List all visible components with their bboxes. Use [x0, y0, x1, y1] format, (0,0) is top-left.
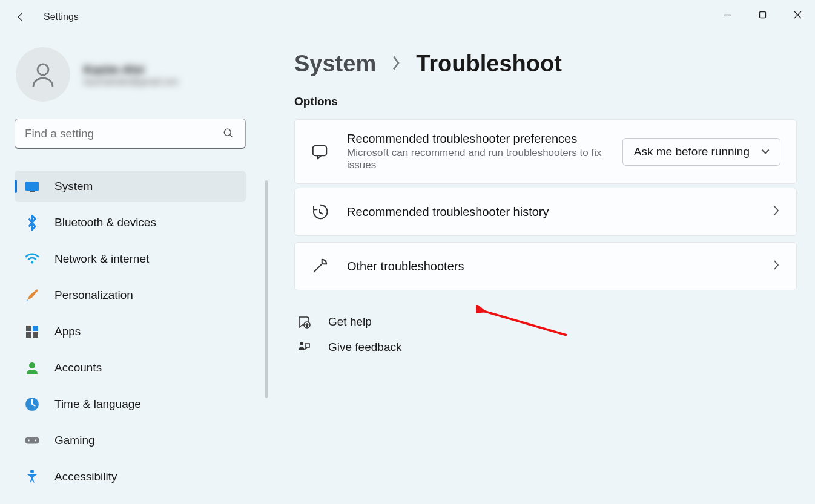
user-email: kazimalvialvi@gmail.com [84, 77, 179, 87]
history-icon [311, 203, 329, 221]
nav-label: Bluetooth & devices [54, 216, 156, 229]
give-feedback-link[interactable]: Give feedback [294, 340, 797, 355]
svg-rect-6 [30, 191, 35, 192]
nav-list: System Bluetooth & devices Network & int… [15, 171, 246, 493]
person-icon [24, 360, 40, 376]
row-subtitle: Microsoft can recommend and run troubles… [347, 147, 604, 171]
preferences-select[interactable]: Ask me before running [622, 138, 780, 166]
apps-icon [24, 324, 40, 339]
row-preferences: Recommended troubleshooter preferences M… [295, 120, 796, 183]
gamepad-icon [24, 433, 40, 448]
display-icon [24, 178, 40, 194]
breadcrumb-parent[interactable]: System [294, 51, 376, 77]
breadcrumb-current: Troubleshoot [416, 51, 562, 77]
maximize-button[interactable] [745, 0, 780, 29]
nav-label: Time & language [54, 398, 141, 411]
chevron-right-icon [772, 259, 780, 273]
minimize-button[interactable] [710, 0, 745, 29]
svg-rect-18 [313, 146, 327, 155]
profile-text: Kazim Alvi kazimalvialvi@gmail.com [84, 63, 179, 87]
footer-links: ? Get help Give feedback [294, 315, 797, 355]
section-label: Options [294, 95, 797, 108]
user-name: Kazim Alvi [84, 63, 179, 77]
wifi-icon [24, 251, 40, 267]
clock-globe-icon [24, 396, 40, 412]
nav-network[interactable]: Network & internet [15, 243, 246, 275]
svg-rect-8 [26, 326, 31, 331]
nav-label: Network & internet [54, 252, 149, 266]
row-other[interactable]: Other troubleshooters [295, 243, 796, 290]
link-label: Give feedback [328, 341, 401, 354]
chevron-right-icon [772, 205, 780, 219]
svg-rect-9 [33, 326, 38, 331]
nav-label: Personalization [54, 289, 133, 302]
bluetooth-icon [24, 215, 40, 231]
row-history[interactable]: Recommended troubleshooter history [295, 188, 796, 235]
chevron-right-icon [391, 55, 401, 73]
get-help-link[interactable]: ? Get help [294, 315, 797, 329]
svg-point-12 [29, 362, 35, 368]
accessibility-icon [24, 469, 40, 485]
user-profile[interactable]: Kazim Alvi kazimalvialvi@gmail.com [15, 47, 246, 102]
app-title: Settings [44, 11, 79, 22]
svg-point-22 [300, 342, 303, 345]
svg-rect-5 [25, 182, 39, 191]
row-title: Recommended troubleshooter history [347, 205, 754, 219]
link-label: Get help [328, 315, 372, 329]
card-history[interactable]: Recommended troubleshooter history [294, 188, 797, 236]
svg-text:?: ? [306, 323, 308, 327]
row-title: Other troubleshooters [347, 260, 754, 273]
nav-label: Apps [54, 325, 81, 338]
wrench-icon [311, 257, 329, 275]
search-input[interactable] [25, 127, 222, 140]
card-preferences: Recommended troubleshooter preferences M… [294, 119, 797, 184]
row-title: Recommended troubleshooter preferences [347, 132, 604, 146]
breadcrumb: System Troubleshoot [294, 51, 797, 77]
svg-line-4 [230, 134, 233, 137]
nav-gaming[interactable]: Gaming [15, 425, 246, 456]
card-other[interactable]: Other troubleshooters [294, 242, 797, 290]
svg-point-3 [224, 129, 231, 136]
nav-time[interactable]: Time & language [15, 388, 246, 420]
nav-system[interactable]: System [15, 171, 246, 202]
svg-point-17 [30, 470, 34, 473]
back-button[interactable] [15, 11, 27, 23]
svg-rect-10 [26, 332, 31, 338]
nav-apps[interactable]: Apps [15, 316, 246, 347]
svg-rect-1 [759, 11, 765, 18]
select-value: Ask me before running [634, 145, 750, 159]
nav-personalization[interactable]: Personalization [15, 280, 246, 311]
nav-label: System [54, 180, 93, 193]
chevron-down-icon [761, 145, 770, 159]
nav-label: Accounts [54, 361, 102, 375]
nav-label: Gaming [54, 434, 95, 447]
avatar [16, 47, 70, 102]
brush-icon [24, 287, 40, 303]
nav-accessibility[interactable]: Accessibility [15, 461, 246, 493]
close-button[interactable] [780, 0, 815, 29]
sidebar: Kazim Alvi kazimalvialvi@gmail.com Syste… [0, 47, 260, 504]
help-icon: ? [297, 315, 311, 329]
chat-icon [311, 143, 329, 161]
svg-rect-11 [33, 332, 38, 338]
svg-point-16 [35, 440, 36, 442]
svg-point-2 [38, 64, 48, 75]
svg-point-7 [31, 261, 33, 263]
nav-bluetooth[interactable]: Bluetooth & devices [15, 207, 246, 238]
window-controls [710, 0, 815, 29]
svg-point-15 [28, 440, 30, 442]
nav-label: Accessibility [54, 470, 117, 483]
nav-accounts[interactable]: Accounts [15, 352, 246, 384]
svg-rect-14 [25, 437, 39, 443]
feedback-icon [297, 340, 311, 355]
content-area: System Troubleshoot Options Recommended … [294, 51, 797, 504]
search-box[interactable] [15, 119, 246, 149]
title-bar: Settings [0, 0, 815, 34]
sidebar-scrollbar[interactable] [265, 180, 268, 398]
search-icon [222, 127, 236, 140]
